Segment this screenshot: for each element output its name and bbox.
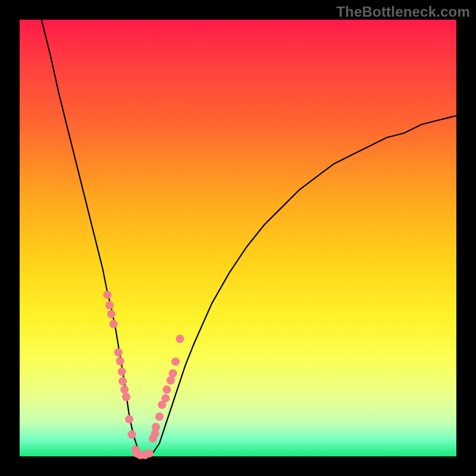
highlight-dot	[122, 393, 130, 401]
highlight-dot	[105, 301, 114, 309]
watermark-text: TheBottleneck.com	[336, 4, 470, 20]
bottleneck-curve	[42, 20, 456, 456]
highlight-dot	[167, 376, 175, 384]
highlight-dot	[169, 369, 177, 378]
plot-area	[20, 20, 456, 456]
highlight-dot	[125, 415, 133, 424]
highlight-dots-bottom	[133, 449, 154, 459]
highlight-dot	[120, 386, 129, 394]
highlight-dots-right	[149, 335, 184, 443]
highlight-dot	[116, 357, 124, 365]
highlight-dot	[109, 320, 118, 328]
highlight-dot	[128, 430, 136, 439]
highlight-dot	[114, 348, 123, 356]
highlight-dot	[176, 335, 184, 343]
chart-frame: TheBottleneck.com	[0, 0, 476, 476]
highlight-dot	[145, 449, 154, 458]
highlight-dot	[104, 290, 112, 299]
highlight-dot	[107, 310, 115, 318]
highlight-dot	[155, 412, 164, 421]
highlight-dot	[118, 377, 127, 386]
highlight-dots-left	[104, 290, 140, 454]
highlight-dot	[118, 368, 126, 376]
highlight-dot	[152, 423, 160, 431]
highlight-dot	[171, 358, 180, 366]
highlight-dot	[162, 386, 171, 394]
chart-svg	[20, 20, 456, 456]
highlight-dot	[161, 394, 170, 402]
